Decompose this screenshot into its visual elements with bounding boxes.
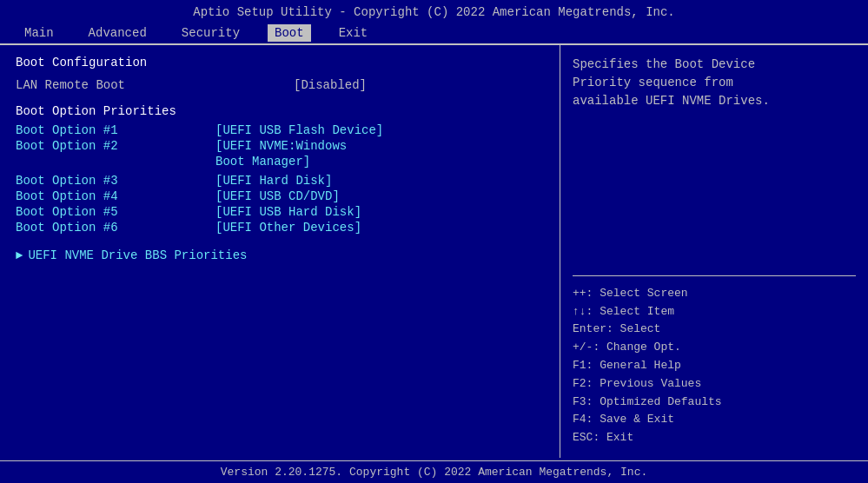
lan-remote-boot-label: LAN Remote Boot [16,78,294,92]
boot-option-row-5: Boot Option #5 [UEFI USB Hard Disk] [16,205,544,219]
hint-select-item: ↑↓: Select Item [573,303,856,321]
boot-option-5-label: Boot Option #5 [16,205,215,219]
hint-change-opt: +/-: Change Opt. [573,339,856,357]
left-panel: Boot Configuration LAN Remote Boot [Disa… [0,45,560,458]
boot-option-4-value[interactable]: [UEFI USB CD/DVD] [215,189,340,203]
boot-option-row-4: Boot Option #4 [UEFI USB CD/DVD] [16,189,544,203]
hint-enter: Enter: Select [573,321,856,339]
nav-security[interactable]: Security [175,24,247,42]
hint-f1: F1: General Help [573,357,856,375]
boot-option-5-value[interactable]: [UEFI USB Hard Disk] [215,205,361,219]
boot-option-row-2: Boot Option #2 [UEFI NVME:Windows [16,139,544,153]
section-title: Boot Configuration [16,56,544,69]
nav-boot[interactable]: Boot [268,24,311,42]
divider [573,275,856,276]
lan-remote-boot-value[interactable]: [Disabled] [294,78,367,92]
boot-option-4-label: Boot Option #4 [16,189,215,203]
title-bar: Aptio Setup Utility - Copyright (C) 2022… [0,0,868,23]
boot-option-2b-label [16,155,215,169]
hint-f4: F4: Save & Exit [573,411,856,429]
nav-main[interactable]: Main [17,24,61,42]
boot-option-row-2b: Boot Manager] [16,155,544,169]
hint-f2: F2: Previous Values [573,375,856,394]
arrow-icon: ► [16,248,23,262]
boot-option-row-6: Boot Option #6 [UEFI Other Devices] [16,221,544,235]
nav-bar[interactable]: Main Advanced Security Boot Exit [0,23,868,44]
boot-option-2b-value: Boot Manager] [215,155,310,169]
key-hints: ++: Select Screen ↑↓: Select Item Enter:… [573,285,856,447]
right-panel: Specifies the Boot Device Priority seque… [560,45,868,458]
hint-f3: F3: Optimized Defaults [573,394,856,412]
boot-option-3-label: Boot Option #3 [16,174,215,188]
boot-option-1-label: Boot Option #1 [16,123,215,137]
footer: Version 2.20.1275. Copyright (C) 2022 Am… [0,460,868,483]
hint-select-screen: ++: Select Screen [573,285,856,303]
footer-text: Version 2.20.1275. Copyright (C) 2022 Am… [221,466,647,479]
help-text: Specifies the Boot Device Priority seque… [573,56,856,110]
boot-option-6-value[interactable]: [UEFI Other Devices] [215,221,361,235]
boot-option-2-value[interactable]: [UEFI NVME:Windows [215,139,347,153]
nvme-priority-row[interactable]: ► UEFI NVME Drive BBS Priorities [16,248,544,262]
nav-advanced[interactable]: Advanced [82,24,154,42]
lan-remote-boot-row: LAN Remote Boot [Disabled] [16,78,544,92]
nav-exit[interactable]: Exit [332,24,375,42]
boot-option-2-label: Boot Option #2 [16,139,215,153]
boot-option-row-1: Boot Option #1 [UEFI USB Flash Device] [16,123,544,137]
nvme-priority-label: UEFI NVME Drive BBS Priorities [28,248,247,262]
boot-option-3-value[interactable]: [UEFI Hard Disk] [215,174,332,188]
app-title: Aptio Setup Utility - Copyright (C) 2022… [193,5,675,19]
help-line-3: available UEFI NVME Drives. [573,92,856,110]
main-layout: Boot Configuration LAN Remote Boot [Disa… [0,44,868,458]
boot-option-1-value[interactable]: [UEFI USB Flash Device] [215,123,383,137]
hint-esc: ESC: Exit [573,429,856,447]
help-line-1: Specifies the Boot Device [573,56,856,74]
boot-option-6-label: Boot Option #6 [16,221,215,235]
help-line-2: Priority sequence from [573,74,856,92]
boot-option-row-3: Boot Option #3 [UEFI Hard Disk] [16,174,544,188]
priorities-title: Boot Option Priorities [16,104,544,118]
